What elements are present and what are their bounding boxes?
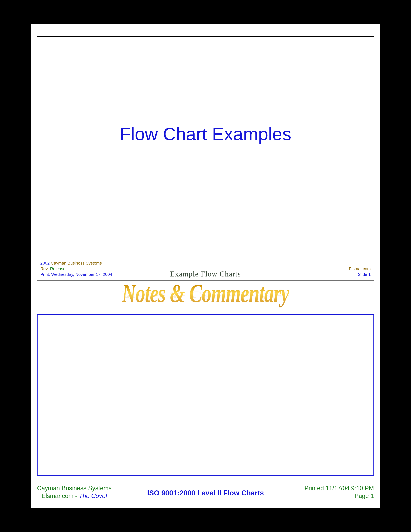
slide-site: Elsmar.com [349,266,371,272]
notes-frame [37,314,374,475]
footer-page: Page 1 [304,492,374,500]
document-page: Flow Chart Examples 2002 Cayman Business… [31,24,380,508]
copyright-line: 2002 Cayman Business Systems [40,260,112,266]
footer-right: Printed 11/17/04 9:10 PM Page 1 [304,484,374,500]
footer-printed: Printed 11/17/04 9:10 PM [304,484,374,492]
slide-number: Slide 1 [349,272,371,277]
notes-heading-reflection-text: Notes & Commentary [122,289,289,301]
slide-frame: Flow Chart Examples 2002 Cayman Business… [37,36,374,281]
slide-subtitle: Example Flow Charts [37,270,374,278]
copyright-company: Cayman Business Systems [51,261,102,266]
slide-title: Flow Chart Examples [37,124,374,144]
slide-meta-right: Elsmar.com Slide 1 [349,266,371,277]
page-footer: Cayman Business Systems Elsmar.com - The… [37,484,374,499]
copyright-year: 2002 [40,261,50,266]
